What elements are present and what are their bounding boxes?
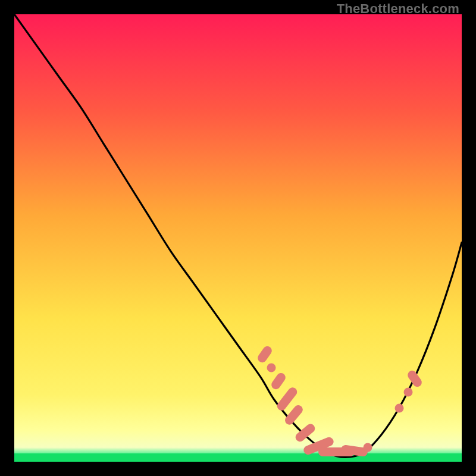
- data-point: [267, 364, 276, 372]
- data-point: [394, 403, 403, 412]
- data-point: [364, 443, 372, 452]
- watermark-text: TheBottleneck.com: [337, 1, 459, 17]
- data-point: [403, 388, 412, 397]
- chart-frame: [14, 14, 462, 462]
- bottleneck-curve: [14, 14, 462, 462]
